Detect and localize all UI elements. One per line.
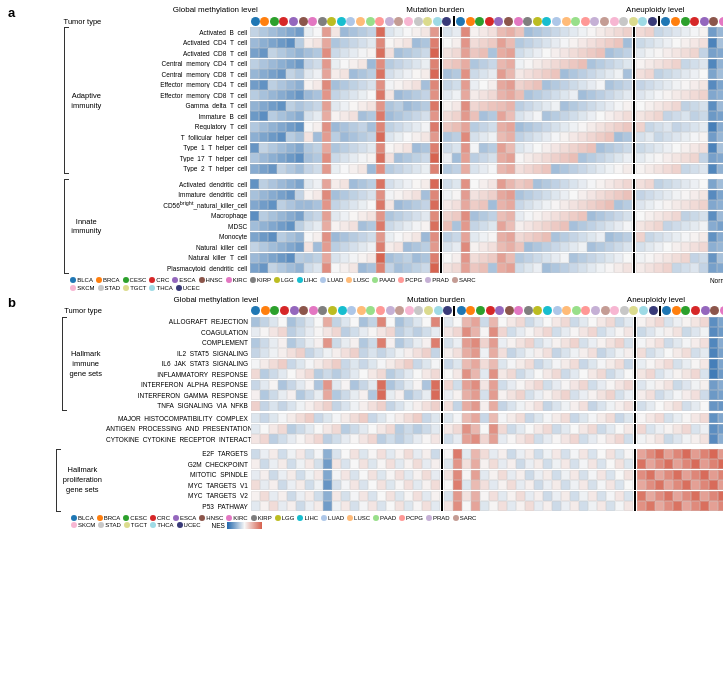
heatmap-cell: [654, 211, 663, 221]
heatmap-cell: [368, 459, 377, 469]
heatmap-cell: [524, 211, 533, 221]
heatmap-cell: [340, 132, 349, 142]
heatmap-cell: [570, 338, 579, 348]
heatmap-cell: [431, 369, 440, 379]
heatmap-cell: [497, 242, 506, 252]
heatmap-cell: [251, 480, 260, 490]
heatmap-cell: [663, 38, 672, 48]
heatmap-cell: [277, 122, 286, 132]
heatmap-cell: [431, 501, 440, 511]
heatmap-cell: [690, 153, 699, 163]
heatmap-cell: [672, 122, 681, 132]
heatmap-cell: [636, 69, 645, 79]
heatmap-cell: [646, 501, 655, 511]
heatmap-cell: [404, 480, 413, 490]
heatmap-cell: [588, 491, 597, 501]
heatmap-cell: [673, 424, 682, 434]
heatmap-cell: [681, 190, 690, 200]
heatmap-row: Central_memory_CD8_T_cell: [105, 69, 723, 79]
heatmap-cell: [691, 449, 700, 459]
heatmap-cell: [587, 143, 596, 153]
heatmap-cell: [251, 348, 260, 358]
heatmap-cell: [506, 143, 515, 153]
cancer-dot: [533, 17, 542, 26]
heatmap-row: Central_memory_CD4_T_cell: [105, 59, 723, 69]
heatmap-cell: [623, 111, 632, 121]
heatmap-cell: [479, 122, 488, 132]
heatmap-cell: [506, 263, 515, 273]
heatmap-cell: [561, 470, 570, 480]
heatmap-cell: [287, 338, 296, 348]
heatmap-cell: [587, 48, 596, 58]
heatmap-cell: [259, 263, 268, 273]
heatmap-cell: [431, 480, 440, 490]
heatmap-cell: [506, 90, 515, 100]
heatmap-cell: [533, 190, 542, 200]
legend-dot: [70, 285, 76, 291]
heatmap-cell: [305, 501, 314, 511]
heatmap-row: Monocyte: [105, 232, 723, 242]
heatmap-cell: [709, 413, 718, 423]
heatmap-cell: [421, 263, 430, 273]
heatmap-cell: [636, 27, 645, 37]
heatmap-cell: [637, 401, 646, 411]
heatmap-cell: [367, 232, 376, 242]
heatmap-cell: [646, 338, 655, 348]
heatmap-cell: [551, 122, 560, 132]
heatmap-cell: [480, 401, 489, 411]
section-divider-cell: [441, 369, 443, 379]
heatmap-cell: [497, 179, 506, 189]
hallmark-prolif-label: Hallmarkproliferationgene sets: [63, 465, 102, 494]
heatmap-cell: [700, 327, 709, 337]
heatmap-cell: [543, 401, 552, 411]
heatmap-cell: [525, 380, 534, 390]
heatmap-cell: [579, 470, 588, 480]
section-divider-cell: [633, 179, 635, 189]
heatmap-cell: [524, 179, 533, 189]
heatmap-cell: [717, 221, 723, 231]
heatmap-cell: [443, 122, 452, 132]
heatmap-cell: [516, 424, 525, 434]
heatmap-cell: [394, 132, 403, 142]
heatmap-cell: [699, 211, 708, 221]
heatmap-cell: [524, 200, 533, 210]
legend-label: HNSC: [206, 277, 223, 283]
heatmap-cell: [296, 424, 305, 434]
heatmap-cell: [551, 200, 560, 210]
heatmap-cell: [489, 401, 498, 411]
heatmap-cell: [470, 132, 479, 142]
heatmap-cell: [359, 338, 368, 348]
heatmap-cell: [543, 359, 552, 369]
heatmap-cell: [470, 48, 479, 58]
heatmap-cell: [430, 132, 439, 142]
heatmap-cell: [367, 242, 376, 252]
heatmap-cell: [717, 59, 723, 69]
heatmap-cell: [340, 164, 349, 174]
heatmap-cell: [525, 401, 534, 411]
heatmap-cell: [341, 401, 350, 411]
heatmap-cell: [488, 179, 497, 189]
heatmap-cell: [699, 48, 708, 58]
heatmap-cell: [646, 434, 655, 444]
heatmap-cell: [663, 221, 672, 231]
heatmap-cell: [340, 143, 349, 153]
heatmap-cell: [663, 153, 672, 163]
heatmap-cell: [430, 80, 439, 90]
heatmap-cell: [453, 317, 462, 327]
heatmap-cell: [260, 413, 269, 423]
heatmap-cell: [663, 143, 672, 153]
heatmap-cell: [331, 38, 340, 48]
heatmap-cell: [349, 211, 358, 221]
heatmap-row: INFLAMMATORY_RESPONSE: [106, 369, 723, 379]
cancer-dot: [443, 306, 452, 315]
heatmap-cell: [386, 501, 395, 511]
heatmap-cell: [323, 369, 332, 379]
heatmap-cell: [488, 90, 497, 100]
nes-color-bar-b: [227, 522, 262, 529]
heatmap-cell: [413, 380, 422, 390]
heatmap-cell: [452, 59, 461, 69]
legend-item: TGCT: [123, 285, 146, 291]
heatmap-cell: [624, 501, 633, 511]
heatmap-cell: [471, 459, 480, 469]
heatmap-cell: [506, 59, 515, 69]
